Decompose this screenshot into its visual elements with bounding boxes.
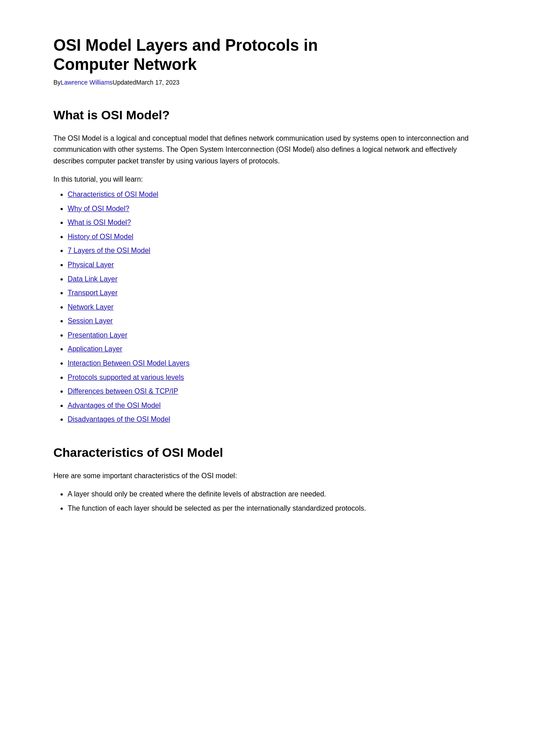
toc-link-16[interactable]: Advantages of the OSI Model	[68, 402, 161, 409]
toc-link-4[interactable]: History of OSI Model	[68, 233, 134, 240]
list-item: History of OSI Model	[68, 231, 481, 243]
list-item: Protocols supported at various levels	[68, 372, 481, 383]
list-item: Advantages of the OSI Model	[68, 400, 481, 411]
toc-link-9[interactable]: Network Layer	[68, 303, 113, 311]
list-item: Differences between OSI & TCP/IP	[68, 386, 481, 397]
list-item: Presentation Layer	[68, 329, 481, 341]
section1-heading: What is OSI Model?	[53, 106, 481, 126]
author-link[interactable]: Lawrence Williams	[61, 79, 113, 86]
list-item: A layer should only be created where the…	[68, 488, 481, 500]
toc-link-6[interactable]: Physical Layer	[68, 261, 114, 268]
toc-link-7[interactable]: Data Link Layer	[68, 275, 117, 283]
list-item: Characteristics of OSI Model	[68, 189, 481, 200]
tutorial-intro-text: In this tutorial, you will learn:	[53, 174, 481, 185]
list-item: Application Layer	[68, 343, 481, 355]
characteristics-list: A layer should only be created where the…	[68, 488, 481, 514]
list-item: What is OSI Model?	[68, 217, 481, 228]
list-item: Disadvantages of the OSI Model	[68, 414, 481, 425]
toc-link-1[interactable]: Characteristics of OSI Model	[68, 191, 158, 198]
toc-link-13[interactable]: Interaction Between OSI Model Layers	[68, 359, 190, 367]
toc-link-15[interactable]: Differences between OSI & TCP/IP	[68, 387, 178, 395]
list-item: Data Link Layer	[68, 273, 481, 285]
byline: ByLawrence WilliamsUpdatedMarch 17, 2023	[53, 77, 481, 87]
toc-link-14[interactable]: Protocols supported at various levels	[68, 374, 184, 381]
section2-heading: Characteristics of OSI Model	[53, 443, 481, 463]
section1-paragraph1: The OSI Model is a logical and conceptua…	[53, 133, 481, 167]
list-item: Session Layer	[68, 315, 481, 327]
list-item: Network Layer	[68, 301, 481, 313]
list-item: Transport Layer	[68, 287, 481, 299]
list-item: Why of OSI Model?	[68, 203, 481, 215]
toc-link-10[interactable]: Session Layer	[68, 317, 113, 325]
list-item: The function of each layer should be sel…	[68, 503, 481, 514]
toc-link-2[interactable]: Why of OSI Model?	[68, 205, 129, 212]
section2-intro: Here are some important characteristics …	[53, 470, 481, 482]
toc-link-5[interactable]: 7 Layers of the OSI Model	[68, 247, 150, 254]
table-of-contents: Characteristics of OSI Model Why of OSI …	[68, 189, 481, 425]
list-item: Physical Layer	[68, 259, 481, 271]
list-item: Interaction Between OSI Model Layers	[68, 358, 481, 369]
list-item: 7 Layers of the OSI Model	[68, 245, 481, 256]
toc-link-3[interactable]: What is OSI Model?	[68, 219, 131, 226]
toc-link-8[interactable]: Transport Layer	[68, 289, 117, 297]
toc-link-17[interactable]: Disadvantages of the OSI Model	[68, 415, 170, 423]
toc-link-11[interactable]: Presentation Layer	[68, 331, 127, 339]
page-title: OSI Model Layers and Protocols in Comput…	[53, 36, 481, 74]
toc-link-12[interactable]: Application Layer	[68, 345, 122, 353]
